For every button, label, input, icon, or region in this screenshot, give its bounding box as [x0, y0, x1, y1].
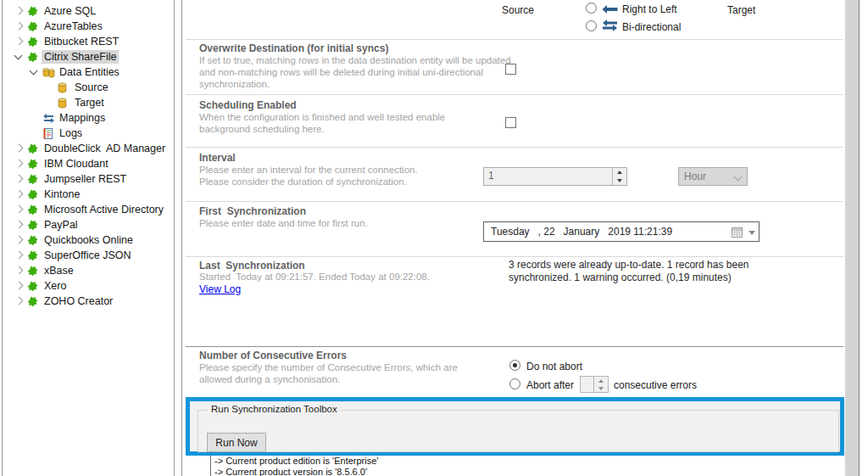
- no-expander: [27, 129, 42, 137]
- sidebar-item-doubleclick-ad-manager[interactable]: DoubleClick AD Manager: [0, 141, 174, 156]
- sidebar-item-xbase[interactable]: xBase: [0, 263, 174, 278]
- sidebar-item-azuretables[interactable]: AzureTables: [0, 19, 174, 34]
- chevron-right-icon[interactable]: [12, 266, 27, 275]
- chevron-right-icon[interactable]: [12, 282, 27, 290]
- abort-after-count-value: [581, 377, 593, 392]
- sidebar-item-source[interactable]: Source: [0, 80, 174, 95]
- right-to-left-radio[interactable]: [586, 3, 597, 14]
- arrow-left-icon: [601, 3, 619, 18]
- interval-value-input[interactable]: 1: [483, 167, 627, 186]
- sidebar-item-citrix-sharefile[interactable]: Citrix ShareFile: [0, 49, 174, 64]
- overwrite-checkbox[interactable]: [505, 64, 516, 75]
- sidebar-item-label-selected: Citrix ShareFile: [42, 50, 119, 64]
- chevron-right-icon[interactable]: [12, 37, 27, 46]
- first-sync-datetime-value: Tuesday , 22 January 2019 11:21:39: [484, 226, 731, 238]
- sidebar-item-kintone[interactable]: Kintone: [0, 187, 174, 202]
- connector-icon: [27, 204, 42, 216]
- chevron-right-icon[interactable]: [12, 297, 27, 305]
- chevron-down-icon[interactable]: [12, 53, 27, 61]
- sidebar-item-jumpseller-rest[interactable]: Jumpseller REST: [0, 171, 174, 187]
- spinner-up-icon[interactable]: [613, 168, 626, 176]
- sidebar-item-data-entities[interactable]: Data Entities: [0, 64, 174, 80]
- run-sync-toolbox-legend: Run Synchronization Toolbox: [208, 404, 341, 414]
- sidebar-item-label: Xero: [42, 279, 69, 293]
- section-divider-dark: [186, 346, 843, 347]
- calendar-icon[interactable]: [731, 226, 743, 238]
- overwrite-title: Overwrite Destination (for initial syncs…: [199, 42, 388, 54]
- bidirectional-radio[interactable]: [586, 20, 597, 31]
- view-log-link[interactable]: View Log: [199, 283, 241, 295]
- sidebar-item-ibm-cloudant[interactable]: IBM Cloudant: [0, 156, 174, 171]
- chevron-right-icon[interactable]: [12, 236, 27, 244]
- interval-unit-select[interactable]: Hour: [678, 167, 748, 186]
- no-expander: [42, 98, 58, 107]
- log-console[interactable]: -> Current product edition is 'Enterpris…: [210, 456, 845, 476]
- direction-target-label: Target: [727, 4, 755, 16]
- interval-spinner[interactable]: [612, 168, 626, 185]
- sidebar-item-azure-sql[interactable]: Azure SQL: [0, 3, 174, 19]
- sidebar-item-target[interactable]: Target: [0, 95, 174, 110]
- combo-chevron-icon: [732, 168, 747, 185]
- chevron-right-icon[interactable]: [12, 175, 27, 183]
- spinner-down-icon[interactable]: [613, 176, 626, 185]
- overwrite-desc: If set to true, matching rows in the dat…: [199, 54, 515, 90]
- section-divider: [186, 147, 843, 148]
- chevron-right-icon[interactable]: [12, 22, 27, 31]
- sidebar-item-zoho-creator[interactable]: ZOHO Creator: [0, 294, 174, 309]
- interval-desc-line2: Please consider the duration of synchron…: [199, 176, 504, 188]
- sidebar-item-quickbooks-online[interactable]: Quickbooks Online: [0, 232, 174, 248]
- chevron-right-icon[interactable]: [12, 7, 27, 15]
- datepicker-dropdown-icon[interactable]: [747, 222, 759, 241]
- vertical-scrollbar[interactable]: [845, 0, 859, 476]
- section-divider: [186, 201, 843, 202]
- sidebar-item-superoffice-json[interactable]: SuperOffice JSON: [0, 248, 174, 263]
- logs-icon: [42, 128, 57, 139]
- abort-after-label: Abort after: [526, 379, 574, 391]
- connector-icon: [27, 36, 42, 48]
- connector-icon: [27, 6, 42, 17]
- no-expander: [27, 114, 42, 122]
- chevron-down-icon[interactable]: [27, 68, 42, 76]
- mappings-icon: [42, 114, 57, 123]
- sidebar-item-label: Source: [72, 81, 111, 94]
- sidebar-item-label: Quickbooks Online: [42, 233, 136, 247]
- interval-title: Interval: [199, 152, 236, 164]
- first-sync-datetime-picker[interactable]: Tuesday , 22 January 2019 11:21:39: [483, 221, 760, 242]
- sidebar-item-microsoft-active-directory[interactable]: Microsoft Active Directory: [0, 202, 174, 217]
- sidebar-item-label: Kintone: [42, 188, 82, 201]
- chevron-right-icon[interactable]: [12, 221, 27, 229]
- sidebar-item-logs[interactable]: Logs: [0, 126, 174, 141]
- chevron-right-icon[interactable]: [12, 160, 27, 168]
- abort-after-spinner[interactable]: [593, 377, 608, 392]
- connector-icon: [27, 235, 42, 246]
- do-not-abort-radio[interactable]: [509, 360, 520, 371]
- sidebar-item-bitbucket-rest[interactable]: Bitbucket REST: [0, 34, 174, 49]
- do-not-abort-label: Do not abort: [526, 361, 582, 372]
- spinner-up-icon[interactable]: [594, 377, 608, 384]
- last-sync-title: Last Synchronization: [199, 260, 305, 272]
- sidebar-item-label: Data Entities: [57, 65, 122, 79]
- connector-icon: [27, 250, 42, 261]
- sidebar-item-paypal[interactable]: PayPal: [0, 217, 174, 232]
- sidebar-item-label: Target: [72, 96, 107, 109]
- chevron-right-icon[interactable]: [12, 190, 27, 199]
- abort-after-count-input[interactable]: [580, 376, 609, 393]
- chevron-right-icon[interactable]: [12, 251, 27, 260]
- run-now-button[interactable]: Run Now: [207, 433, 266, 452]
- window-right-border: [859, 0, 860, 476]
- interval-unit: Hour: [679, 171, 732, 182]
- interval-desc-line1: Please enter an interval for the current…: [199, 164, 504, 176]
- spinner-down-icon[interactable]: [594, 384, 608, 392]
- sidebar-item-xero[interactable]: Xero: [0, 278, 174, 294]
- scheduling-checkbox[interactable]: [505, 117, 516, 128]
- sidebar-item-mappings[interactable]: Mappings: [0, 110, 174, 126]
- first-sync-desc: Please enter date and time for first run…: [199, 217, 504, 229]
- sidebar-item-label: PayPal: [42, 218, 81, 232]
- abort-after-radio[interactable]: [509, 378, 520, 389]
- chevron-right-icon[interactable]: [12, 205, 27, 214]
- tree-panel-left-border: [2, 0, 3, 476]
- chevron-right-icon[interactable]: [12, 144, 27, 153]
- connector-icon: [27, 281, 42, 292]
- entity-icon: [58, 98, 72, 109]
- connector-icon: [27, 296, 42, 307]
